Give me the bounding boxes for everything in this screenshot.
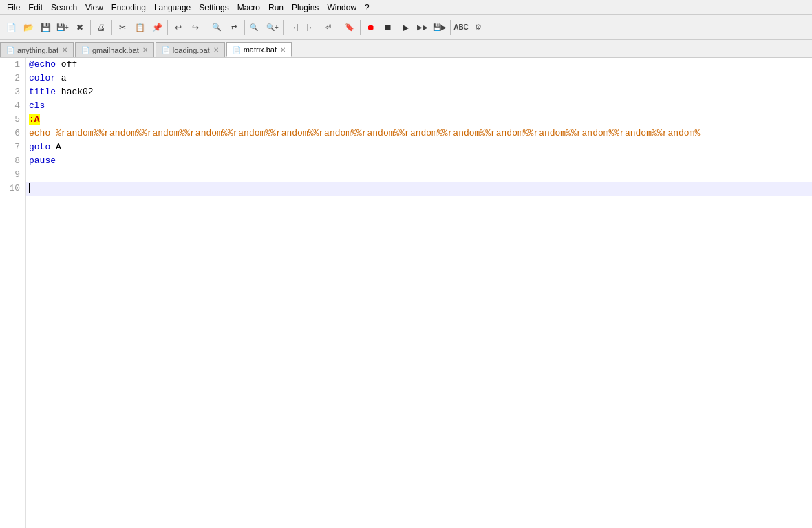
tab-anything-icon: 📄 [6,46,14,54]
code-area[interactable]: @echo off color a title hack02 cls :A ec… [26,58,812,528]
zoom-out-button[interactable]: 🔍- [247,19,264,36]
line-num-1: 1 [0,58,25,72]
copy-button[interactable]: 📋 [131,19,148,36]
run-macro-button[interactable]: ▶▶ [414,19,431,36]
tab-anything[interactable]: 📄 anything.bat ✕ [0,42,74,57]
line-num-6: 6 [0,127,25,140]
code-line-5: :A [26,113,812,127]
kw-goto: goto [29,142,50,152]
code-line-2: color a [26,72,812,85]
menu-language[interactable]: Language [150,2,195,13]
menubar: File Edit Search View Encoding Language … [0,0,812,15]
tab-matrix-close[interactable]: ✕ [280,46,286,54]
menu-file[interactable]: File [3,2,24,13]
bookmark-button[interactable]: 🔖 [341,19,358,36]
line-num-2: 2 [0,72,25,85]
tab-loading-close[interactable]: ✕ [213,46,219,54]
kw-label-a: :A [29,114,40,125]
toolbar-sep-9 [450,20,451,35]
undo-button[interactable]: ↩ [170,19,186,36]
record-button[interactable]: ⏺ [363,19,379,36]
zoom-in-button[interactable]: 🔍+ [264,19,281,36]
txt-goto-a: A [56,142,61,152]
menu-help[interactable]: ? [361,2,374,13]
menu-view[interactable]: View [81,2,107,13]
txt-off: off [61,59,77,70]
save-all-button[interactable]: 💾+ [54,19,71,36]
toolbar-sep-1 [90,20,91,35]
settings-button[interactable]: ⚙ [470,19,487,36]
kw-pause: pause [29,156,56,166]
toolbar-sep-7 [339,20,339,35]
editor: 1 2 3 4 5 6 7 8 9 10 @echo off color a t… [0,58,812,528]
txt-a: a [61,73,67,83]
menu-edit[interactable]: Edit [24,2,47,13]
tab-matrix-icon: 📄 [233,46,241,54]
kw-cls: cls [29,101,45,111]
kw-echo-2: echo [29,128,50,138]
tab-loading[interactable]: 📄 loading.bat ✕ [156,42,225,57]
toolbar-sep-2 [111,20,112,35]
toolbar-sep-4 [206,20,206,35]
indent-button[interactable]: →| [286,19,302,36]
tab-anything-close[interactable]: ✕ [62,46,67,54]
tab-gmailhack-icon: 📄 [81,46,89,54]
code-line-3: title hack02 [26,85,812,99]
new-button[interactable]: 📄 [3,19,19,36]
print-button[interactable]: 🖨 [93,19,109,36]
replace-button[interactable]: ⇄ [226,19,242,36]
open-button[interactable]: 📂 [20,19,36,36]
code-line-9 [26,168,812,182]
toolbar: 📄 📂 💾 💾+ ✖ 🖨 ✂ 📋 📌 ↩ ↪ 🔍 ⇄ 🔍- 🔍+ →| |← ⏎… [0,15,812,40]
toolbar-sep-3 [167,20,168,35]
tab-gmailhack-label: gmailhack.bat [92,46,139,54]
find-button[interactable]: 🔍 [209,19,225,36]
spell-check-button[interactable]: ABC [453,19,469,36]
line-num-3: 3 [0,85,25,99]
redo-button[interactable]: ↪ [187,19,204,36]
kw-color: color [29,73,56,83]
kw-echo-1: @echo [29,59,56,70]
line-num-8: 8 [0,154,25,168]
line-num-7: 7 [0,140,25,154]
line-num-9: 9 [0,168,25,182]
cut-button[interactable]: ✂ [114,19,131,36]
line-num-5: 5 [0,113,25,127]
menu-plugins[interactable]: Plugins [288,2,323,13]
menu-encoding[interactable]: Encoding [107,2,150,13]
line-num-4: 4 [0,99,25,113]
line-numbers: 1 2 3 4 5 6 7 8 9 10 [0,58,26,528]
toolbar-sep-8 [360,20,361,35]
line-num-10: 10 [0,182,25,196]
save-button[interactable]: 💾 [37,19,54,36]
menu-window[interactable]: Window [323,2,361,13]
code-line-1: @echo off [26,58,812,72]
txt-randoms: %random%%random%%random%%random%%random%… [56,128,700,138]
toolbar-sep-6 [283,20,284,35]
outdent-button[interactable]: |← [303,19,319,36]
tab-loading-icon: 📄 [162,46,170,54]
code-line-6: echo %random%%random%%random%%random%%ra… [26,127,812,140]
menu-settings[interactable]: Settings [195,2,233,13]
toolbar-sep-5 [244,20,245,35]
tab-loading-label: loading.bat [173,46,210,54]
paste-button[interactable]: 📌 [149,19,165,36]
kw-title: title [29,87,56,97]
tab-bar: 📄 anything.bat ✕ 📄 gmailhack.bat ✕ 📄 loa… [0,40,812,58]
playback-button[interactable]: ▶ [397,19,414,36]
text-cursor [29,183,36,193]
tab-gmailhack[interactable]: 📄 gmailhack.bat ✕ [75,42,154,57]
code-line-7: goto A [26,140,812,154]
close-button[interactable]: ✖ [72,19,88,36]
save-macro-button[interactable]: 💾▶ [431,19,448,36]
code-line-10 [26,182,812,196]
stop-button[interactable]: ⏹ [380,19,396,36]
tab-gmailhack-close[interactable]: ✕ [142,46,148,54]
wrap-button[interactable]: ⏎ [320,19,336,36]
code-line-8: pause [26,154,812,168]
tab-anything-label: anything.bat [17,46,58,54]
menu-macro[interactable]: Macro [233,2,264,13]
menu-search[interactable]: Search [47,2,81,13]
menu-run[interactable]: Run [264,2,288,13]
tab-matrix[interactable]: 📄 matrix.bat ✕ [226,42,292,57]
